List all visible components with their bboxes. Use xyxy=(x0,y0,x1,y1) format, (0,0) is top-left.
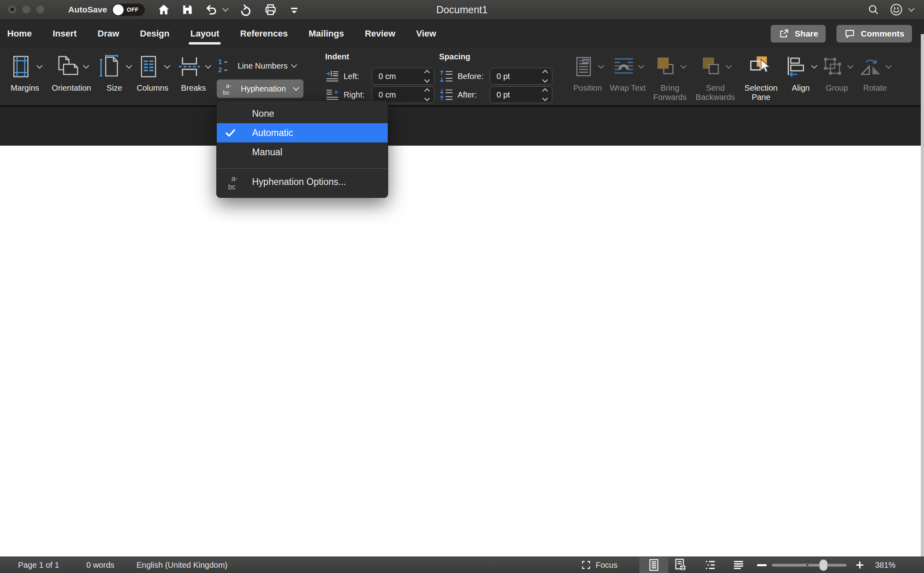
minimize-window-button[interactable] xyxy=(22,5,31,14)
zoom-out-button[interactable] xyxy=(757,557,767,573)
draft-view-button[interactable] xyxy=(732,557,745,573)
group-chevron-icon xyxy=(847,63,853,69)
vertical-scrollbar[interactable] xyxy=(921,34,924,557)
zoom-window-button[interactable] xyxy=(36,5,45,14)
outline-view-button[interactable] xyxy=(704,557,717,573)
word-count[interactable]: 0 words xyxy=(86,557,114,573)
home-icon[interactable] xyxy=(157,3,170,16)
wrap-text-label: Wrap Text xyxy=(610,83,645,93)
menu-item-hyphenation-options[interactable]: a-bc Hyphenation Options... xyxy=(217,170,388,193)
position-icon xyxy=(572,55,595,78)
spacing-after-stepper[interactable] xyxy=(543,89,547,100)
breaks-icon xyxy=(177,54,202,79)
hyphenation-chevron-icon xyxy=(293,85,299,91)
tab-insert[interactable]: Insert xyxy=(52,28,77,40)
selection-pane-button[interactable]: Selection Pane xyxy=(739,51,784,102)
print-layout-icon xyxy=(647,558,661,572)
tab-mailings[interactable]: Mailings xyxy=(308,28,345,40)
rotate-button[interactable]: Rotate xyxy=(856,51,894,102)
position-chevron-icon xyxy=(598,63,604,69)
web-layout-view-button[interactable] xyxy=(673,557,688,573)
hyphenation-icon: a-bc xyxy=(222,81,237,96)
margins-icon xyxy=(8,54,33,79)
indent-left-field[interactable]: 0 cm xyxy=(372,68,434,85)
spacing-after-icon xyxy=(439,87,454,102)
tab-design[interactable]: Design xyxy=(139,28,170,40)
tab-draw[interactable]: Draw xyxy=(97,28,120,40)
undo-icon[interactable] xyxy=(205,3,218,16)
columns-button[interactable]: Columns xyxy=(133,51,172,93)
tab-view[interactable]: View xyxy=(415,28,437,40)
indent-right-icon xyxy=(325,87,340,102)
spacing-after-field[interactable]: 0 pt xyxy=(490,86,552,103)
comments-icon xyxy=(844,28,855,39)
undo-menu-chevron-icon[interactable] xyxy=(222,6,229,12)
focus-icon xyxy=(580,559,592,571)
language-selector[interactable]: English (United Kingdom) xyxy=(136,557,228,573)
word-window: AutoSave OFF xyxy=(0,0,924,573)
selection-pane-label: Selection Pane xyxy=(739,83,784,102)
wrap-text-button[interactable]: Wrap Text xyxy=(608,51,648,102)
autosave-toggle[interactable]: OFF xyxy=(112,4,145,16)
size-icon xyxy=(98,54,123,79)
send-backwards-button[interactable]: Send Backwards xyxy=(692,51,739,102)
customize-toolbar-icon[interactable] xyxy=(289,4,300,15)
breaks-chevron-icon xyxy=(205,63,211,69)
group-button[interactable]: Group xyxy=(818,51,856,102)
print-layout-view-button[interactable] xyxy=(639,557,668,573)
zoom-slider[interactable] xyxy=(772,564,847,567)
indent-left-stepper[interactable] xyxy=(425,71,429,82)
spacing-before-value: 0 pt xyxy=(497,72,543,81)
focus-button[interactable]: Focus xyxy=(580,557,617,573)
indent-group-title: Indent xyxy=(325,52,434,61)
svg-text:a-: a- xyxy=(226,82,232,89)
comments-button[interactable]: Comments xyxy=(836,25,912,43)
hyphenation-button[interactable]: a-bc Hyphenation xyxy=(217,79,303,98)
wrap-text-icon xyxy=(613,55,635,78)
share-button[interactable]: Share xyxy=(771,25,826,43)
tab-references[interactable]: References xyxy=(239,28,289,40)
account-icon[interactable] xyxy=(889,2,904,17)
columns-label: Columns xyxy=(137,83,169,93)
size-button[interactable]: Size xyxy=(100,51,129,93)
orientation-button[interactable]: Orientation xyxy=(47,51,96,93)
menu-item-manual[interactable]: Manual xyxy=(217,142,388,162)
zoom-percentage[interactable]: 381% xyxy=(875,557,896,573)
menu-item-manual-label: Manual xyxy=(252,147,282,158)
rotate-chevron-icon xyxy=(885,63,891,69)
spacing-before-stepper[interactable] xyxy=(543,71,547,82)
line-numbers-button[interactable]: 12 Line Numbers xyxy=(217,57,296,75)
page-count[interactable]: Page 1 of 1 xyxy=(18,557,59,573)
close-window-button[interactable] xyxy=(8,5,16,14)
search-icon[interactable] xyxy=(867,4,879,16)
spacing-before-row: Before: 0 pt xyxy=(439,68,552,85)
redo-icon[interactable] xyxy=(239,3,252,16)
bring-forwards-icon xyxy=(655,55,677,78)
spacing-before-field[interactable]: 0 pt xyxy=(490,68,552,85)
tab-layout[interactable]: Layout xyxy=(189,28,220,40)
share-icon xyxy=(778,28,790,39)
indent-right-stepper[interactable] xyxy=(425,89,429,100)
spacing-after-row: After: 0 pt xyxy=(439,86,552,103)
line-numbers-chevron-icon xyxy=(291,62,297,68)
menu-item-automatic[interactable]: Automatic xyxy=(217,123,388,142)
bring-forwards-button[interactable]: Bring Forwards xyxy=(648,51,692,102)
tab-review[interactable]: Review xyxy=(364,28,396,40)
margins-button[interactable]: Margins xyxy=(6,51,43,93)
autosave-label: AutoSave xyxy=(68,5,107,14)
margins-label: Margins xyxy=(10,83,39,93)
print-icon[interactable] xyxy=(264,3,277,16)
zoom-slider-thumb[interactable] xyxy=(819,559,828,571)
menu-item-none[interactable]: None xyxy=(217,104,388,123)
align-button[interactable]: Align xyxy=(784,51,818,102)
account-menu-chevron-icon[interactable] xyxy=(908,6,915,12)
position-button[interactable]: Position xyxy=(568,51,608,102)
page-count-label: Page 1 of 1 xyxy=(18,561,59,570)
align-label: Align xyxy=(792,83,810,93)
document-page[interactable] xyxy=(0,146,924,557)
zoom-in-button[interactable] xyxy=(855,557,865,573)
breaks-button[interactable]: Breaks xyxy=(176,51,211,93)
tab-home[interactable]: Home xyxy=(6,28,33,40)
rotate-label: Rotate xyxy=(863,83,887,93)
save-icon[interactable] xyxy=(181,4,193,16)
